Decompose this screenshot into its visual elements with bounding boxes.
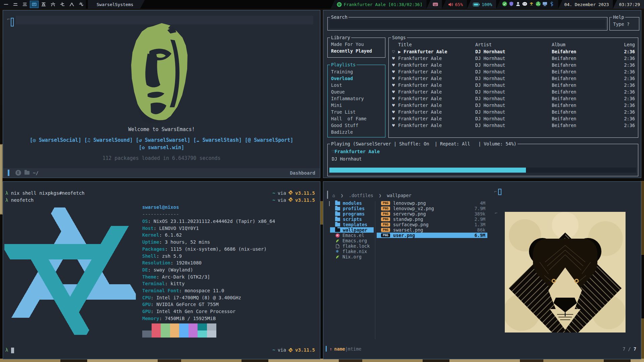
song-row[interactable]: ♥Frankfurter AaleDJ HornhautBeifahren2:3… [389, 56, 638, 62]
songs-column-album[interactable]: Album [552, 42, 566, 47]
home-icon[interactable]: ⌂ [332, 193, 335, 198]
discord-icon[interactable] [522, 1, 527, 7]
breadcrumb-part[interactable]: wallpaper [387, 193, 412, 198]
dir-item-scripts[interactable]: scripts [330, 217, 374, 222]
sort-direction-icon[interactable]: ↑ [329, 346, 332, 352]
now-playing-segment[interactable]: Frankfurter Aale [01:38/02:36] [331, 0, 427, 9]
check-icon[interactable] [502, 1, 507, 7]
songs-column-artist[interactable]: Artist [475, 42, 492, 47]
liked-heart-icon[interactable]: ♥ [392, 89, 395, 95]
file-item-nix-org[interactable]: Nix.org [330, 254, 374, 259]
playlist-item-queue[interactable]: Queue [331, 89, 345, 95]
playlist-item-lost[interactable]: Lost [331, 82, 342, 88]
file-entry-serverwp-png[interactable]: PNGserverwp.png389k [377, 211, 487, 217]
breadcrumb-part[interactable]: .dotfiles [349, 193, 373, 198]
search-box[interactable]: Search [327, 17, 607, 31]
library-item-made-for-you[interactable]: Made For You [331, 42, 364, 47]
song-row[interactable]: ♥Frankfurter AaleDJ HornhautBeifahren2:3… [389, 116, 638, 123]
dashboard-link-swarsel-win[interactable]: [✿ swarsel.win] [3, 144, 320, 150]
dir-item-templates[interactable]: templates [330, 222, 374, 227]
song-row[interactable]: ♥Frankfurter AaleDJ HornhautBeifahren2:3… [389, 82, 638, 89]
date-segment[interactable]: 04. Dezember 2023 [558, 0, 613, 9]
file-entry-standwp-png[interactable]: PNGstandwp.png2.9M [377, 217, 487, 222]
breadcrumb[interactable]: ⌂ ❯ .dotfiles ❯ wallpaper [332, 193, 412, 198]
song-album: Beifahren [552, 76, 576, 81]
file-manager-window[interactable]: ⌂ ❯ .dotfiles ❯ wallpaper modulesprofile… [323, 181, 641, 359]
workspace-6[interactable] [49, 1, 57, 8]
file-entry-surfacewp-png[interactable]: PNGsurfacewp.png1.3M [377, 222, 487, 227]
workspace-8[interactable] [67, 1, 76, 8]
workspace-1[interactable] [2, 1, 10, 8]
emacs-window[interactable]: ⌐ Welcome to SwarsEmacs! [◎ SwarselSocia… [3, 10, 320, 178]
file-entry-user-png[interactable]: PNGuser.png6.9M [377, 233, 487, 238]
file-item-emacs-org[interactable]: Emacs.org [330, 238, 374, 243]
user-icon[interactable] [516, 1, 521, 7]
liked-heart-icon[interactable]: ♡ [392, 49, 395, 54]
song-row[interactable]: ♥Frankfurter AaleDJ HornhautBeifahren2:3… [389, 96, 638, 103]
liked-heart-icon[interactable]: ♥ [392, 76, 395, 81]
liked-heart-icon[interactable]: ♥ [392, 56, 395, 61]
moth-icon[interactable] [529, 1, 534, 7]
music-player-window[interactable]: Search Help Type ? Library Made For YouR… [323, 10, 641, 178]
song-row[interactable]: ♥Frankfurter AaleDJ HornhautBeifahren2:3… [389, 89, 638, 96]
battery-segment[interactable]: 100% [467, 0, 496, 9]
file-item-flake-nix[interactable]: ❄flake.nix [330, 249, 374, 254]
playlist-item-true-list[interactable]: True List [331, 109, 356, 115]
workspace-7[interactable] [58, 1, 67, 8]
display-icon[interactable] [542, 1, 547, 7]
song-row[interactable]: ♥Frankfurter AaleDJ HornhautBeifahren2:3… [389, 62, 638, 69]
dir-item-programs[interactable]: programs [330, 211, 374, 217]
liked-heart-icon[interactable]: ♥ [392, 109, 395, 115]
file-item-flake-lock[interactable]: flake.lock [330, 243, 374, 249]
playlist-item-badizzle[interactable]: Badizzle [331, 129, 353, 135]
liked-heart-icon[interactable]: ♥ [392, 103, 395, 108]
liked-heart-icon[interactable]: ♥ [392, 82, 395, 88]
playlist-item-good-stuff[interactable]: Good Stuff [331, 123, 358, 128]
file-entry-lenovowp-png[interactable]: PNGlenovowp.png4M [377, 200, 487, 206]
shield-icon[interactable] [509, 1, 514, 7]
terminal-window[interactable]: λ nix shell nixpkgs#neofetch~viav3.11.5λ… [3, 181, 320, 359]
songs-column-title[interactable]: Title [398, 42, 412, 47]
sort-alt-key[interactable]: mtime [348, 346, 362, 352]
playlist-item-mini[interactable]: Mini [331, 103, 342, 108]
song-row[interactable]: ♥Frankfurter AaleDJ HornhautBeifahren2:3… [389, 76, 638, 82]
song-row[interactable]: ♥Frankfurter AaleDJ HornhautBeifahren2:3… [389, 123, 638, 129]
dir-item-modules[interactable]: modules [330, 200, 374, 206]
liked-heart-icon[interactable]: ♥ [392, 123, 395, 128]
song-row[interactable]: ♥Frankfurter AaleDJ HornhautBeifahren2:3… [389, 103, 638, 109]
file-entry-lenovowp_v2-png[interactable]: PNGlenovowp_v2.png7.9M [377, 206, 487, 211]
playlist-item-overload[interactable]: Overload [331, 76, 353, 81]
song-row[interactable]: ♡▶ Frankfurter AaleDJ HornhautBeifahren2… [389, 49, 638, 56]
liked-heart-icon[interactable]: ♥ [392, 116, 395, 121]
workspace-5[interactable] [39, 1, 48, 8]
sort-key[interactable]: name [334, 346, 345, 352]
songs-box: Songs TitleArtistAlbumLeng♡▶ Frankfurter… [388, 38, 638, 138]
liked-heart-icon[interactable]: ♥ [392, 69, 395, 74]
playlist-item-inflammatory[interactable]: Inflammatory [331, 96, 364, 101]
clock-segment[interactable]: 03:37:29 [613, 0, 644, 9]
dir-item-profiles[interactable]: profiles [330, 206, 374, 211]
liked-heart-icon[interactable]: ♥ [392, 62, 395, 68]
song-row[interactable]: ♥Frankfurter AaleDJ HornhautBeifahren2:3… [389, 69, 638, 76]
song-row[interactable]: ♥Frankfurter AaleDJ HornhautBeifahren2:3… [389, 109, 638, 116]
file-entry-swarsel-png[interactable]: PNGswarsel.png86k [377, 227, 487, 233]
pie-icon[interactable] [536, 1, 541, 7]
volume-segment[interactable]: 65% [442, 0, 467, 9]
keyboard-segment[interactable] [427, 0, 442, 9]
workspace-4[interactable] [30, 1, 39, 8]
workspace-2[interactable] [11, 1, 20, 8]
playlist-item-hall-of-fame[interactable]: Hall of Fame [331, 116, 367, 121]
progress-track[interactable] [329, 168, 636, 173]
liked-heart-icon[interactable]: ♥ [392, 96, 395, 101]
file-item-emacs-el[interactable]: Emacs.el [330, 233, 374, 238]
workspace-3[interactable] [20, 1, 29, 8]
dashboard-links[interactable]: [◎ SwarselSocial] [♫ SwarselSound] [↺ Sw… [3, 137, 320, 143]
entry-name: wallpaper [343, 227, 367, 233]
playlist-item-training[interactable]: Training [331, 69, 353, 74]
library-item-recently-played[interactable]: Recently Played [331, 48, 372, 54]
dir-item-wallpaper[interactable]: wallpaper [330, 227, 374, 233]
search-input[interactable] [329, 20, 605, 28]
bluetooth-icon[interactable] [549, 1, 554, 7]
workspace-9[interactable] [77, 1, 86, 8]
songs-column-leng[interactable]: Leng [624, 42, 635, 47]
